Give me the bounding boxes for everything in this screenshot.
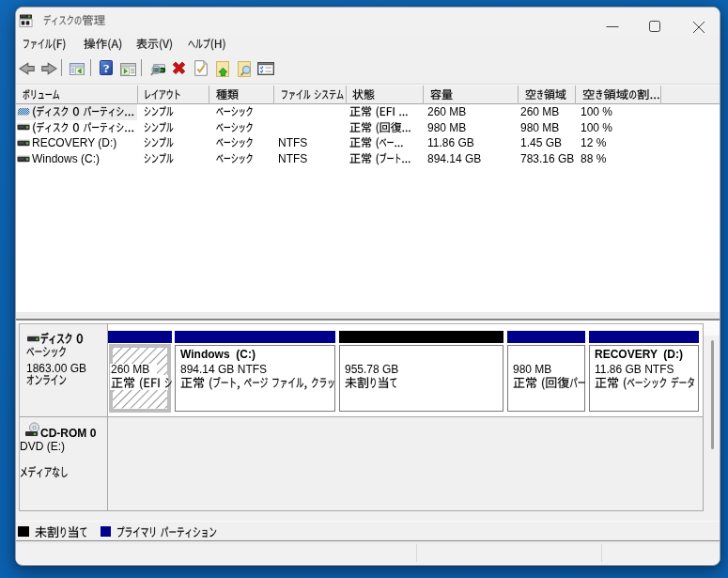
svg-text:?: ?	[102, 61, 109, 75]
